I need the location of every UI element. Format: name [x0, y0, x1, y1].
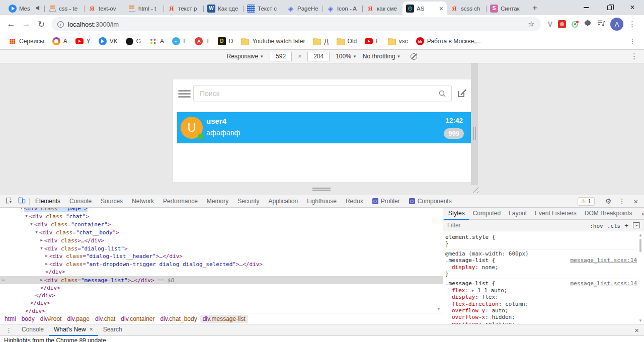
bookmark-item[interactable]: Old	[333, 36, 361, 47]
music-list-extension-icon[interactable]	[597, 20, 605, 29]
bookmark-item[interactable]: Д	[309, 36, 332, 47]
dom-tree-row[interactable]: ⋯▶<div class="message-list">…</div> == $…	[0, 276, 443, 284]
breadcrumb-item[interactable]: div.page	[64, 315, 92, 323]
styles-tab-layout[interactable]: Layout	[505, 208, 531, 220]
drawer-tab-console[interactable]: Console	[17, 324, 49, 336]
bookmark-item[interactable]: G	[122, 36, 145, 47]
devtools-tab-profiler[interactable]: Profiler	[368, 195, 405, 207]
dom-tree-row[interactable]: ▼<div class="dialog-list">	[0, 244, 443, 252]
stylesheet-link[interactable]: message_list.scss:14	[571, 257, 637, 264]
tree-scroll-down-icon[interactable]: ▼	[437, 307, 441, 311]
expanded-arrow-icon[interactable]: ▼	[39, 244, 44, 252]
browser-tab[interactable]: Яscss ch	[447, 2, 487, 15]
bookmark-item[interactable]: AT	[191, 36, 213, 47]
dom-tree-row[interactable]: ▼<div class="container">	[0, 220, 443, 228]
breadcrumb-item[interactable]: div.message-list	[200, 315, 248, 323]
stylesheet-link[interactable]: message_list.scss:14	[571, 280, 637, 287]
forward-button[interactable]: →	[19, 17, 33, 31]
chat-dialog-item[interactable]: U user4 афафавф 12:42 999	[177, 112, 471, 143]
bookmark-item[interactable]: F	[361, 36, 383, 46]
bookmark-star-icon[interactable]: ☆	[528, 20, 534, 29]
window-restore-button[interactable]	[598, 0, 621, 15]
vue-devtools-extension-icon[interactable]: V	[548, 20, 552, 28]
breadcrumb-item[interactable]: div#root	[38, 315, 64, 323]
devtools-tab-memory[interactable]: Memory	[202, 195, 233, 207]
green-ring-extension-icon[interactable]	[572, 21, 578, 28]
tab-audio-icon[interactable]	[35, 5, 41, 12]
expand-arrow-icon[interactable]: ▶	[472, 288, 474, 293]
css-property[interactable]: flex-direction: column;	[445, 301, 637, 307]
css-property[interactable]: overflow-x: hidden;	[445, 314, 637, 320]
css-selector[interactable]: .message-list {	[445, 257, 495, 264]
css-rule[interactable]: element.style {}	[445, 233, 637, 249]
devtools-settings-button[interactable]: ⚙	[602, 197, 615, 205]
breadcrumb-item[interactable]: div.chat	[93, 315, 118, 323]
inspect-element-button[interactable]	[2, 195, 15, 207]
bookmark-item[interactable]: Y	[71, 36, 95, 46]
css-rule[interactable]: .message-list {message_list.scss:14flex:…	[445, 279, 637, 324]
browser-tab[interactable]: SСинтак	[487, 2, 526, 15]
issues-counter[interactable]: ⚠1	[578, 197, 595, 206]
site-info-icon[interactable]: i	[57, 21, 64, 28]
css-selector[interactable]: .message-list {	[445, 280, 495, 287]
collapsed-arrow-icon[interactable]: ▶	[39, 276, 44, 284]
bookmark-item[interactable]: DD	[214, 36, 237, 47]
tab-close-icon[interactable]: ×	[439, 6, 443, 11]
browser-tab[interactable]: WКак сде	[204, 2, 244, 15]
collapsed-arrow-icon[interactable]: ▶	[39, 236, 44, 244]
breadcrumb-item[interactable]: div.chat_body	[158, 315, 200, 323]
zoom-dropdown[interactable]: 100%▼	[336, 53, 357, 60]
bookmark-item[interactable]: VK	[95, 36, 122, 47]
bookmark-item[interactable]: hhРабота в Москве,...	[412, 36, 485, 47]
more-tabs-button[interactable]: »	[636, 210, 644, 217]
reload-button[interactable]: ↻	[34, 17, 48, 31]
devtools-tab-elements[interactable]: Elements	[31, 195, 65, 207]
scrollbar-thumb[interactable]	[639, 239, 641, 252]
dom-tree-row[interactable]: ▼<div class="chat__body">	[0, 228, 443, 236]
hamburger-menu-icon[interactable]	[178, 90, 191, 98]
viewport-width-input[interactable]	[270, 52, 292, 61]
device-toolbar-menu-button[interactable]: ⋮	[626, 52, 642, 61]
viewport-height-resize-handle[interactable]	[312, 188, 331, 191]
bookmark-item[interactable]: A	[48, 36, 71, 47]
dom-tree-row[interactable]: ▶<div class>…</div>	[0, 236, 443, 244]
devtools-tab-lighthouse[interactable]: Lighthouse	[302, 195, 341, 207]
bookmark-item[interactable]: vsc	[384, 36, 412, 47]
devtools-tab-application[interactable]: Application	[264, 195, 303, 207]
styles-toggle-cls[interactable]: .cls	[607, 223, 621, 229]
styles-tab-styles[interactable]: Styles	[444, 208, 469, 220]
collapsed-arrow-icon[interactable]: ▶	[44, 252, 49, 260]
browser-tab[interactable]: ◈PageHe	[283, 2, 323, 15]
bookmarks-overflow-button[interactable]: ⋮	[625, 37, 640, 45]
computed-sidebar-toggle-icon[interactable]: ◂	[633, 222, 640, 228]
devtools-close-button[interactable]: ×	[629, 197, 642, 206]
css-property[interactable]: display: flex;	[445, 294, 637, 300]
css-property[interactable]: overflow-y: auto;	[445, 307, 637, 314]
browser-tab[interactable]: Ятекст р	[164, 2, 204, 15]
styles-tab-event-listeners[interactable]: Event Listeners	[531, 208, 581, 220]
window-close-button[interactable]: ×	[621, 0, 644, 15]
back-button[interactable]: ←	[4, 17, 18, 31]
chat-search-input[interactable]	[193, 85, 452, 102]
address-bar[interactable]: i localhost:3000/im ☆	[51, 17, 541, 31]
extensions-puzzle-icon[interactable]	[584, 19, 592, 29]
dom-tree-row[interactable]: ▼<div class=" page">	[0, 208, 443, 212]
devtools-tab-components[interactable]: Components	[405, 195, 456, 207]
drawer-tab-close-icon[interactable]: ×	[90, 326, 93, 333]
bookmark-item[interactable]: нсF	[168, 36, 191, 47]
devtools-tab-performance[interactable]: Performance	[158, 195, 202, 207]
drawer-tab-what-s-new[interactable]: What's New×	[49, 324, 98, 336]
dom-tree-row[interactable]: ▼<div class="chat">	[0, 212, 443, 220]
more-actions-icon[interactable]: ⋯	[2, 276, 5, 284]
breadcrumb-item[interactable]: html	[2, 315, 19, 323]
red-extension-icon[interactable]	[558, 20, 566, 28]
collapsed-arrow-icon[interactable]: ▶	[44, 260, 49, 268]
browser-tab[interactable]: Яtext-ov	[85, 2, 124, 15]
browser-tab[interactable]: Якак сме	[363, 2, 403, 15]
expanded-arrow-icon[interactable]: ▼	[19, 208, 24, 212]
expanded-arrow-icon[interactable]: ▼	[29, 220, 34, 228]
browser-tab[interactable]: Текст с	[244, 2, 283, 15]
scroll-up-icon[interactable]: ▲	[638, 233, 642, 237]
browser-menu-button[interactable]: ⋮	[624, 20, 640, 29]
window-minimize-button[interactable]	[575, 0, 598, 15]
